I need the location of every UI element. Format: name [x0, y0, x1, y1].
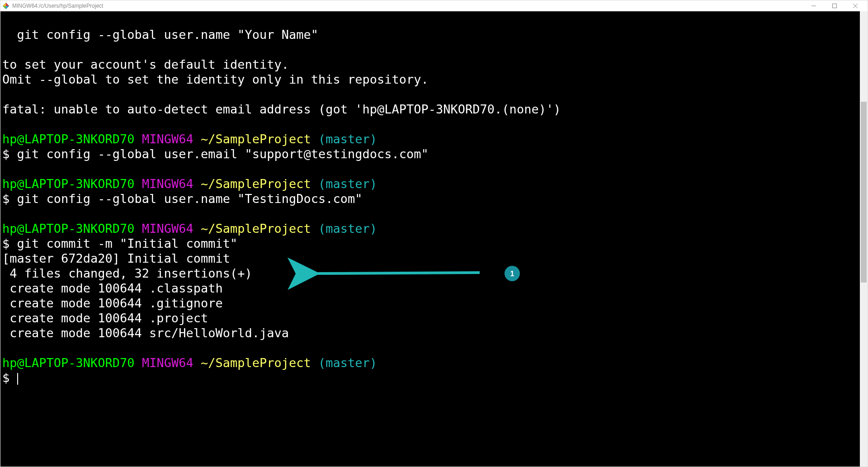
terminal[interactable]: git config --global user.name "Your Name…: [0, 11, 860, 467]
terminal-output-line: to set your account's default identity.: [2, 57, 289, 71]
window-title: MINGW64:/c/Users/hp/SampleProject: [12, 3, 103, 9]
terminal-output-line: 4 files changed, 32 insertions(+): [2, 266, 252, 280]
terminal-output-line: fatal: unable to auto-detect email addre…: [2, 102, 561, 116]
terminal-output-line: git config --global user.name "Your Name…: [2, 28, 318, 42]
terminal-output-line: create mode 100644 .classpath: [2, 281, 223, 295]
prompt-path: ~/SampleProject: [201, 132, 311, 146]
terminal-output-line: [master 672da20] Initial commit: [2, 251, 230, 265]
cursor: [17, 373, 18, 385]
prompt-user-host: hp@LAPTOP-3NKORD70: [2, 177, 135, 191]
prompt-env: MINGW64: [142, 177, 193, 191]
terminal-output-line: create mode 100644 .gitignore: [2, 296, 223, 310]
maximize-button[interactable]: [824, 0, 845, 11]
prompt-symbol: $: [2, 147, 9, 161]
annotation-badge: 1: [505, 266, 520, 281]
prompt-env: MINGW64: [142, 132, 193, 146]
prompt-line: hp@LAPTOP-3NKORD70 MINGW64 ~/SampleProje…: [2, 222, 377, 236]
terminal-output-line: create mode 100644 .project: [2, 311, 208, 325]
prompt-path: ~/SampleProject: [201, 222, 311, 236]
prompt-line: hp@LAPTOP-3NKORD70 MINGW64 ~/SampleProje…: [2, 177, 377, 191]
command-line: git config --global user.name "TestingDo…: [9, 192, 362, 206]
svg-rect-6: [833, 4, 837, 8]
titlebar[interactable]: MINGW64:/c/Users/hp/SampleProject: [0, 0, 868, 11]
content-area: git config --global user.name "Your Name…: [0, 11, 868, 467]
prompt-line: hp@LAPTOP-3NKORD70 MINGW64 ~/SampleProje…: [2, 132, 377, 146]
prompt-symbol: $: [2, 192, 9, 206]
scrollbar-thumb[interactable]: [861, 102, 867, 283]
prompt-symbol: $: [2, 371, 9, 385]
prompt-user-host: hp@LAPTOP-3NKORD70: [2, 356, 135, 370]
prompt-path: ~/SampleProject: [201, 356, 311, 370]
prompt-symbol: $: [2, 236, 9, 250]
svg-line-10: [315, 273, 480, 274]
prompt-user-host: hp@LAPTOP-3NKORD70: [2, 132, 135, 146]
prompt-line: hp@LAPTOP-3NKORD70 MINGW64 ~/SampleProje…: [2, 356, 377, 370]
command-line: git config --global user.email "support@…: [9, 147, 429, 161]
app-icon: [2, 2, 9, 9]
prompt-branch: (master): [318, 132, 377, 146]
annotation-arrow: 1: [303, 274, 362, 333]
svg-marker-4: [3, 3, 6, 6]
prompt-branch: (master): [318, 177, 377, 191]
command-line: git commit -m "Initial commit": [9, 236, 237, 250]
terminal-output-line: create mode 100644 src/HelloWorld.java: [2, 326, 289, 340]
prompt-env: MINGW64: [142, 222, 193, 236]
close-button[interactable]: [845, 0, 866, 11]
app-window: MINGW64:/c/Users/hp/SampleProject git co…: [0, 0, 868, 467]
prompt-branch: (master): [318, 222, 377, 236]
vertical-scrollbar[interactable]: [860, 11, 868, 467]
prompt-path: ~/SampleProject: [201, 177, 311, 191]
terminal-output-line: Omit --global to set the identity only i…: [2, 72, 429, 86]
prompt-user-host: hp@LAPTOP-3NKORD70: [2, 222, 135, 236]
prompt-branch: (master): [318, 356, 377, 370]
minimize-button[interactable]: [803, 0, 824, 11]
prompt-env: MINGW64: [142, 356, 193, 370]
